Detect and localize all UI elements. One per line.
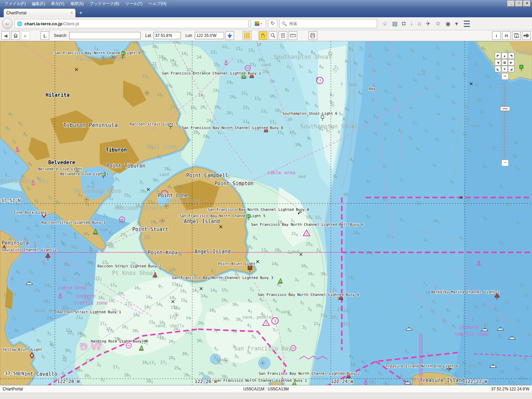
browser-search-box[interactable]: 🔍 [279, 19, 377, 28]
downloads-icon[interactable]: ↓ [410, 20, 413, 27]
svg-text:Point Simpton: Point Simpton [214, 181, 253, 187]
zoom-slider-track[interactable] [501, 82, 508, 158]
history-button[interactable]: H [502, 31, 511, 40]
svg-text:Belvedere: Belvedere [48, 160, 75, 166]
svg-text:inshore: inshore [76, 293, 95, 299]
extension-button[interactable]: ▾ [251, 19, 266, 28]
print-button[interactable] [309, 31, 317, 40]
tab-bar: ChartPortal × + [0, 7, 532, 17]
browser-window: ファイル(F) 編集(E) 表示(V) 履歴(S) ブックマーク(B) ツール(… [0, 0, 532, 399]
minimize-button[interactable]: _ [507, 1, 515, 7]
pan-tool-button[interactable] [259, 31, 267, 40]
svg-text:Raccoon Strait Light 5: Raccoon Strait Light 5 [130, 122, 178, 126]
svg-text:Peninsula: Peninsula [2, 240, 29, 246]
svg-text:Angel Island: Angel Island [195, 249, 230, 255]
magnifier-icon [270, 33, 276, 38]
svg-text:!: ! [319, 78, 322, 83]
hamburger-menu-icon[interactable] [464, 21, 470, 27]
tab-close-icon[interactable]: × [70, 11, 73, 15]
svg-text:Berkeley Marina Channel Light: Berkeley Marina Channel Light 2 [431, 290, 499, 294]
zoom-tool-button[interactable] [269, 31, 277, 40]
sidebar-toggle-icon[interactable]: ▾ [455, 20, 458, 27]
send-tab-icon[interactable]: ✈ [426, 20, 430, 27]
svg-text:7: 7 [471, 318, 474, 323]
info-button[interactable]: i [492, 31, 501, 40]
pan-down-button[interactable]: ▼ [501, 66, 508, 72]
menu-help[interactable]: ヘルプ(H) [146, 1, 170, 7]
lon-input[interactable] [195, 32, 224, 39]
reading-list-icon[interactable]: ▤ [392, 20, 397, 27]
pan-center-button[interactable]: ▦ [501, 59, 508, 66]
pan-left-button[interactable]: ◀ [495, 59, 501, 66]
chart-home-button[interactable] [11, 31, 20, 40]
svg-text:San Francisco North Channel Li: San Francisco North Channel Lighted Buoy… [214, 378, 307, 383]
bookmark-star-icon[interactable]: ☆ [382, 20, 387, 27]
menu-bookmarks[interactable]: ブックマーク(B) [86, 1, 122, 7]
chart-search-input[interactable] [69, 32, 141, 39]
zoom-slider-handle[interactable] [500, 106, 510, 111]
pan-up-button[interactable]: ▲ [501, 53, 508, 59]
restore-button[interactable]: □ [515, 1, 523, 7]
lat-input[interactable] [154, 32, 181, 39]
pan-down-right-button[interactable]: ◢ [508, 66, 514, 72]
svg-text:6: 6 [457, 315, 460, 319]
pan-up-right-button[interactable]: ◥ [508, 53, 514, 59]
tab-title: ChartPortal [6, 11, 27, 15]
svg-text:San Francisco Bay North Channe: San Francisco Bay North Channel Lighted … [172, 276, 273, 280]
chart-prev-button[interactable]: ◀ [1, 31, 10, 40]
lat-label: Lat [145, 33, 151, 38]
accounts-icon[interactable]: ◉ [446, 20, 451, 27]
feedback-smiley-icon[interactable]: ☺ [435, 20, 441, 27]
lon-label: Lon [186, 33, 192, 38]
menu-edit[interactable]: 編集(E) [29, 1, 48, 7]
back-button[interactable]: ← [2, 18, 13, 29]
menu-view[interactable]: 表示(V) [48, 1, 67, 7]
svg-text:Tiburon: Tiburon [106, 147, 127, 153]
chart-map[interactable]: 0924134192207185195192211731981520303090… [0, 41, 532, 385]
svg-text:Point Blunt Light: Point Blunt Light [218, 262, 256, 266]
url-bar[interactable]: 🌐 chart.la-terre.co.jp/Client.pl [15, 19, 249, 28]
svg-text:mud: mud [100, 227, 108, 232]
menu-tools[interactable]: ツール(T) [122, 1, 146, 7]
pan-down-left-button[interactable]: ◣ [495, 66, 501, 72]
object-info-button[interactable] [279, 31, 287, 40]
pan-up-left-button[interactable]: ◤ [495, 53, 501, 59]
pocket-icon[interactable]: ◘ [402, 20, 405, 27]
menu-history[interactable]: 履歴(S) [67, 1, 86, 7]
svg-text:Pt Knox Shoal: Pt Knox Shoal [112, 270, 156, 276]
forward-panel-button[interactable] [522, 31, 531, 40]
svg-text:!: ! [306, 232, 308, 236]
svg-text:3: 3 [384, 137, 386, 142]
grid-icon [244, 33, 250, 39]
pan-right-button[interactable]: ▶ [508, 59, 514, 66]
svg-text:inshore: inshore [459, 325, 478, 330]
svg-text:San Francisco Bay North Channe: San Francisco Bay North Channel Lighted … [258, 293, 359, 297]
chart-next-button[interactable]: ▶ [21, 31, 30, 40]
nautical-chart-canvas[interactable]: 0924134192207185195192211731981520303090… [0, 41, 532, 385]
goto-position-button[interactable] [225, 31, 234, 40]
new-tab-button[interactable]: + [76, 9, 86, 17]
tab-chartportal[interactable]: ChartPortal × [3, 8, 76, 17]
svg-text:Point Stuart: Point Stuart [132, 226, 168, 232]
extension-dropdown-icon[interactable]: ▾ [260, 22, 262, 25]
save-button[interactable] [512, 31, 521, 40]
zoom-out-button[interactable]: − [501, 160, 509, 166]
layers-button[interactable]: L [41, 31, 49, 40]
search-icon: 🔍 [282, 21, 287, 26]
svg-text:7: 7 [340, 82, 343, 87]
svg-text:mud: mud [349, 82, 357, 87]
svg-text:sand: sand [216, 357, 226, 362]
grid-toggle-button[interactable] [243, 31, 251, 40]
measure-tool-button[interactable] [289, 31, 297, 40]
svg-text:4: 4 [420, 305, 423, 310]
home-icon[interactable]: ⌂ [418, 20, 421, 27]
reload-button[interactable]: ↻ [268, 19, 277, 28]
browser-search-input[interactable] [289, 21, 375, 26]
navigation-bar: ← 🌐 chart.la-terre.co.jp/Client.pl ▾ ↻ 🔍… [0, 17, 532, 30]
svg-text:traffic zone: traffic zone [74, 300, 107, 306]
close-button[interactable]: × [523, 1, 531, 7]
zoom-in-button[interactable]: + [501, 73, 509, 80]
svg-text:San Francisco Bay: San Francisco Bay [234, 345, 292, 352]
menu-file[interactable]: ファイル(F) [1, 1, 29, 7]
svg-text:7: 7 [292, 77, 294, 82]
